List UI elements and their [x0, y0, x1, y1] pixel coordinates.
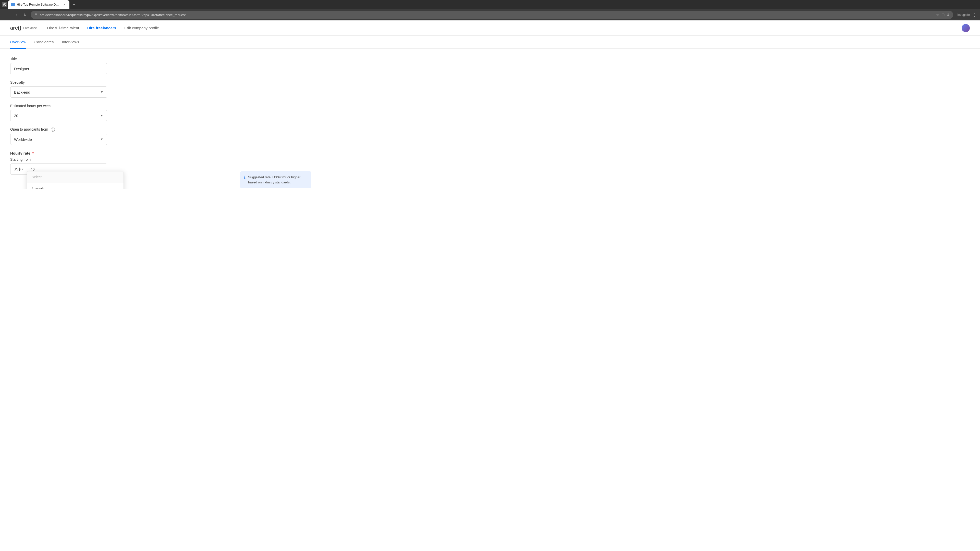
nav-hire-freelancers[interactable]: Hire freelancers [87, 26, 116, 30]
applicants-help-icon[interactable]: ? [51, 127, 55, 132]
dropdown-header: Select [27, 171, 124, 183]
required-indicator: * [32, 151, 34, 156]
star-icon[interactable]: ☆ [936, 13, 939, 17]
currency-prefix[interactable]: US$ ▼ [11, 164, 27, 175]
url-text: arc.dev/dashboard/requests/kdyp4k9q28/ov… [40, 13, 934, 17]
logo-text: arc() [10, 25, 21, 31]
incognito-label: Incognito [957, 13, 970, 17]
hours-value: 20 [14, 114, 18, 118]
applicants-group: Open to applicants from ? Worldwide ▼ [10, 127, 220, 145]
specialty-chevron: ▼ [100, 90, 103, 94]
applicants-chevron: ▼ [100, 138, 103, 141]
forward-button[interactable]: → [12, 11, 19, 18]
dropdown-item-1week[interactable]: 1 week [27, 183, 124, 189]
svg-rect-1 [35, 14, 37, 16]
tab-title: Hire Top Remote Software Dev... [17, 3, 60, 6]
specialty-label: Specialty [10, 80, 220, 84]
specialty-value: Back-end [14, 90, 30, 94]
info-icon: ℹ [244, 175, 245, 180]
menu-icon[interactable]: ⋮ [972, 12, 977, 17]
address-bar-row: ← → ↻ arc.dev/dashboard/requests/kdyp4k9… [0, 9, 980, 21]
address-bar[interactable]: arc.dev/dashboard/requests/kdyp4k9q28/ov… [30, 11, 953, 19]
page-tabs: Overview Candidates Interviews [0, 36, 980, 49]
applicants-value: Worldwide [14, 137, 32, 141]
title-input[interactable] [10, 63, 107, 74]
suggested-rate-card: ℹ Suggested rate: US$40/hr or higher bas… [240, 171, 311, 188]
hours-group: Estimated hours per week 20 ▼ [10, 104, 220, 121]
download-icon[interactable]: ⬇ [947, 13, 950, 17]
currency-chevron: ▼ [21, 168, 24, 171]
logo-area: arc() Freelance [10, 25, 37, 31]
back-button[interactable]: ← [3, 11, 10, 18]
tab-favicon [11, 3, 15, 6]
hours-chevron: ▼ [100, 114, 103, 118]
browser-tab-bar: Hire Top Remote Software Dev... ✕ + [0, 0, 980, 9]
title-label: Title [10, 57, 220, 61]
applicants-label: Open to applicants from ? [10, 127, 220, 132]
header-nav: Hire full-time talent Hire freelancers E… [47, 26, 951, 30]
new-tab-button[interactable]: + [70, 1, 78, 8]
applicants-select[interactable]: Worldwide ▼ [10, 134, 107, 145]
tab-candidates[interactable]: Candidates [35, 36, 54, 49]
title-group: Title [10, 57, 220, 74]
tab-overview[interactable]: Overview [10, 36, 26, 49]
tab-close-button[interactable]: ✕ [62, 3, 66, 6]
avatar[interactable] [962, 24, 970, 32]
suggested-rate-text: Suggested rate: US$40/hr or higher based… [248, 175, 307, 185]
extensions-icon[interactable]: ⬡ [942, 13, 945, 17]
app-header: arc() Freelance Hire full-time talent Hi… [0, 21, 980, 36]
nav-hire-fulltime[interactable]: Hire full-time talent [47, 26, 79, 30]
specialty-select[interactable]: Back-end ▼ [10, 86, 107, 98]
refresh-button[interactable]: ↻ [21, 11, 29, 18]
hours-select[interactable]: 20 ▼ [10, 110, 107, 121]
main-content: Title Specialty Back-end ▼ Estimated hou… [0, 49, 230, 189]
tab-group-indicator[interactable] [2, 2, 7, 7]
lock-icon [34, 13, 38, 17]
currency-code: US$ [14, 167, 21, 171]
starting-from-label: Starting from [10, 157, 220, 162]
specialty-group: Specialty Back-end ▼ [10, 80, 220, 98]
hourly-rate-label: Hourly rate * [10, 151, 220, 156]
nav-edit-company[interactable]: Edit company profile [124, 26, 159, 30]
tab-interviews[interactable]: Interviews [62, 36, 79, 49]
browser-tab-active[interactable]: Hire Top Remote Software Dev... ✕ [8, 0, 69, 9]
logo-badge: Freelance [23, 26, 37, 30]
hours-label: Estimated hours per week [10, 104, 220, 108]
browser-action-icons: Incognito ⋮ [957, 12, 977, 17]
address-icons: ☆ ⬡ ⬇ [936, 13, 950, 17]
duration-dropdown: Select 1 week 2 weeks 3 weeks 1 month 2 … [27, 171, 124, 189]
